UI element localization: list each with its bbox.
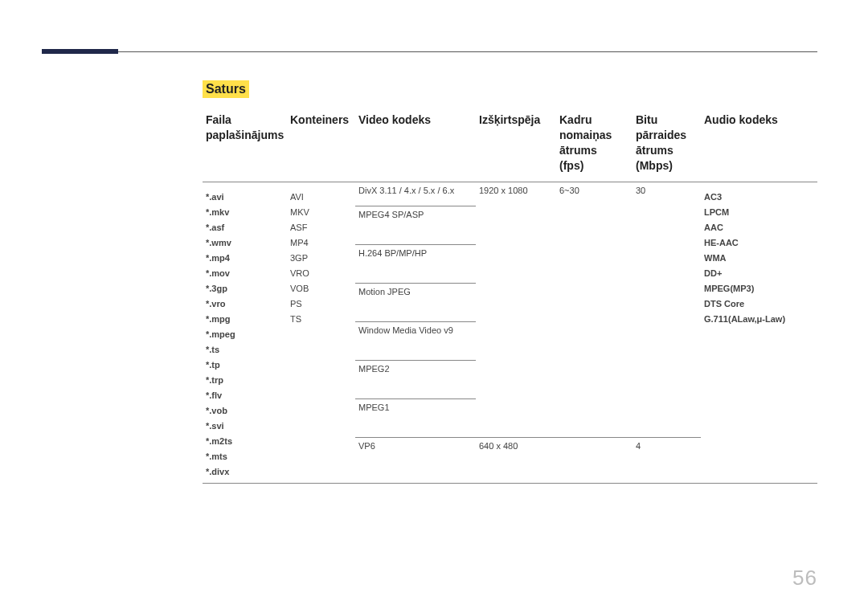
spec-table: Failapaplašinājums Konteiners Video kode… xyxy=(203,106,817,484)
page-number: 56 xyxy=(792,566,817,591)
col-bitrate: Bitu pārraidesātrums(Mbps) xyxy=(633,106,701,182)
list-item: *.mts xyxy=(206,452,284,461)
list-item: MP4 xyxy=(290,238,352,247)
spec-table-wrapper: Failapaplašinājums Konteiners Video kode… xyxy=(203,106,817,484)
list-item: VRO xyxy=(290,268,352,278)
list-item: *.asf xyxy=(206,223,284,232)
col-fps: Kadrunomaiņasātrums(fps) xyxy=(556,106,633,182)
list-item: *.3gp xyxy=(206,284,284,293)
list-item: MPEG(MP3) xyxy=(704,284,814,293)
fps-cell: 6~30 xyxy=(556,182,633,438)
list-item: *.trp xyxy=(206,375,284,385)
list-item: *.avi xyxy=(206,192,284,202)
resolution-cell: 640 x 480 xyxy=(476,438,556,462)
list-item: *.divx xyxy=(206,467,284,476)
bitrate-cell: 4 xyxy=(633,438,701,462)
container-list: AVI MKV ASF MP4 3GP VRO VOB PS TS xyxy=(290,192,352,324)
codec-cell: MPEG4 SP/ASP xyxy=(355,206,476,245)
list-item: *.mkv xyxy=(206,207,284,217)
codec-cell: H.264 BP/MP/HP xyxy=(355,245,476,284)
codec-cell: Window Media Video v9 xyxy=(355,322,476,361)
list-item: TS xyxy=(290,314,352,324)
codec-cell: VP6 xyxy=(355,438,476,462)
list-item: ASF xyxy=(290,223,352,232)
col-video-codec: Video kodeks xyxy=(355,106,476,182)
col-audio-codec: Audio kodeks xyxy=(701,106,817,182)
list-item: *.mpg xyxy=(206,314,284,324)
table-row: *.avi *.mkv *.asf *.wmv *.mp4 *.mov *.3g… xyxy=(203,182,817,483)
bitrate-cell: 30 xyxy=(633,182,701,438)
list-item: *.mpeg xyxy=(206,329,284,339)
codec-row: DivX 3.11 / 4.x / 5.x / 6.x 1920 x 1080 … xyxy=(355,182,701,206)
list-item: *.mov xyxy=(206,268,284,278)
col-resolution: Izšķirtspēja xyxy=(476,106,556,182)
cell-audio-codecs: AC3 LPCM AAC HE-AAC WMA DD+ MPEG(MP3) DT… xyxy=(701,182,817,483)
header-accent-bar xyxy=(42,49,118,54)
list-item: DD+ xyxy=(704,268,814,278)
codec-row: VP6 640 x 480 4 xyxy=(355,438,701,462)
audio-codec-list: AC3 LPCM AAC HE-AAC WMA DD+ MPEG(MP3) DT… xyxy=(704,192,814,324)
section-title: Saturs xyxy=(203,80,249,98)
cell-file-extensions: *.avi *.mkv *.asf *.wmv *.mp4 *.mov *.3g… xyxy=(203,182,287,483)
codec-matrix: DivX 3.11 / 4.x / 5.x / 6.x 1920 x 1080 … xyxy=(355,182,701,462)
table-header-row: Failapaplašinājums Konteiners Video kode… xyxy=(203,106,817,182)
codec-cell: MPEG2 xyxy=(355,361,476,399)
list-item: VOB xyxy=(290,284,352,293)
header-rule xyxy=(118,51,817,52)
cell-containers: AVI MKV ASF MP4 3GP VRO VOB PS TS xyxy=(287,182,355,483)
list-item: *.vro xyxy=(206,299,284,309)
list-item: *.vob xyxy=(206,406,284,415)
fps-cell xyxy=(556,438,633,462)
list-item: DTS Core xyxy=(704,299,814,309)
list-item: *.ts xyxy=(206,345,284,354)
list-item: *.flv xyxy=(206,390,284,400)
codec-cell: Motion JPEG xyxy=(355,284,476,322)
list-item: LPCM xyxy=(704,207,814,217)
codec-cell: MPEG1 xyxy=(355,399,476,438)
page: Saturs Failapaplašinājums Konteiners Vid… xyxy=(0,0,868,613)
list-item: 3GP xyxy=(290,253,352,263)
list-item: *.mp4 xyxy=(206,253,284,263)
list-item: AVI xyxy=(290,192,352,202)
list-item: AAC xyxy=(704,223,814,232)
list-item: *.tp xyxy=(206,360,284,370)
list-item: *.m2ts xyxy=(206,436,284,446)
list-item: PS xyxy=(290,299,352,309)
list-item: HE-AAC xyxy=(704,238,814,247)
list-item: G.711(ALaw,μ-Law) xyxy=(704,314,814,324)
list-item: *.wmv xyxy=(206,238,284,247)
resolution-cell: 1920 x 1080 xyxy=(476,182,556,438)
list-item: WMA xyxy=(704,253,814,263)
col-container: Konteiners xyxy=(287,106,355,182)
codec-cell: DivX 3.11 / 4.x / 5.x / 6.x xyxy=(355,182,476,206)
list-item: MKV xyxy=(290,207,352,217)
col-file-extension: Failapaplašinājums xyxy=(203,106,287,182)
list-item: *.svi xyxy=(206,421,284,431)
list-item: AC3 xyxy=(704,192,814,202)
file-extension-list: *.avi *.mkv *.asf *.wmv *.mp4 *.mov *.3g… xyxy=(206,192,284,476)
cell-codec-matrix: DivX 3.11 / 4.x / 5.x / 6.x 1920 x 1080 … xyxy=(355,182,701,483)
